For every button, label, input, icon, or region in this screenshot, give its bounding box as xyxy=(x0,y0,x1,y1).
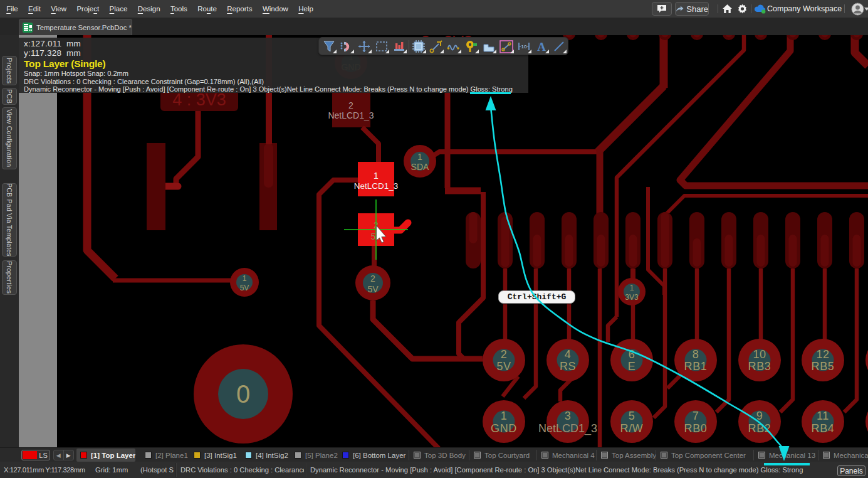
svg-text:2: 2 xyxy=(370,274,375,284)
svg-text:10: 10 xyxy=(753,348,766,361)
svg-text:RB2: RB2 xyxy=(748,422,771,435)
svg-text:1: 1 xyxy=(417,152,422,162)
svg-text:1: 1 xyxy=(501,410,508,422)
svg-text:RB1: RB1 xyxy=(684,360,708,373)
svg-text:2: 2 xyxy=(501,348,508,361)
svg-text:NetLCD1_3: NetLCD1_3 xyxy=(354,181,399,191)
svg-text:NetLCD1_3: NetLCD1_3 xyxy=(328,110,374,120)
svg-text:NetLCD1_3: NetLCD1_3 xyxy=(538,422,597,435)
svg-text:A: A xyxy=(537,40,546,53)
svg-text:4: 4 xyxy=(565,348,572,361)
svg-text:1: 1 xyxy=(243,274,247,283)
svg-text:7: 7 xyxy=(693,410,699,422)
svg-text:RB0: RB0 xyxy=(684,422,708,435)
svg-text:6: 6 xyxy=(629,348,635,361)
svg-text:5: 5 xyxy=(629,410,635,422)
svg-text:R/W: R/W xyxy=(620,422,644,435)
svg-text:SDA: SDA xyxy=(411,162,429,172)
svg-text:8: 8 xyxy=(693,348,699,361)
svg-text:9: 9 xyxy=(756,410,763,422)
svg-text:RB3: RB3 xyxy=(748,360,771,373)
svg-text:E: E xyxy=(628,360,636,373)
svg-text:3V3: 3V3 xyxy=(625,293,639,302)
svg-text:2: 2 xyxy=(348,100,353,110)
svg-text:0: 0 xyxy=(236,380,250,408)
svg-text:1: 1 xyxy=(630,284,634,292)
svg-text:11: 11 xyxy=(817,410,829,422)
svg-text:RS: RS xyxy=(560,360,576,373)
svg-text:5V: 5V xyxy=(496,360,511,373)
svg-text:RB4: RB4 xyxy=(812,422,835,435)
svg-text:RB5: RB5 xyxy=(812,360,835,373)
svg-text:1: 1 xyxy=(374,171,379,181)
svg-text:5V: 5V xyxy=(367,284,379,294)
svg-text:12: 12 xyxy=(816,348,829,361)
svg-text:GND: GND xyxy=(491,422,517,435)
svg-text:3: 3 xyxy=(565,410,572,422)
svg-text:10: 10 xyxy=(521,44,527,50)
svg-text:5V: 5V xyxy=(240,284,249,292)
